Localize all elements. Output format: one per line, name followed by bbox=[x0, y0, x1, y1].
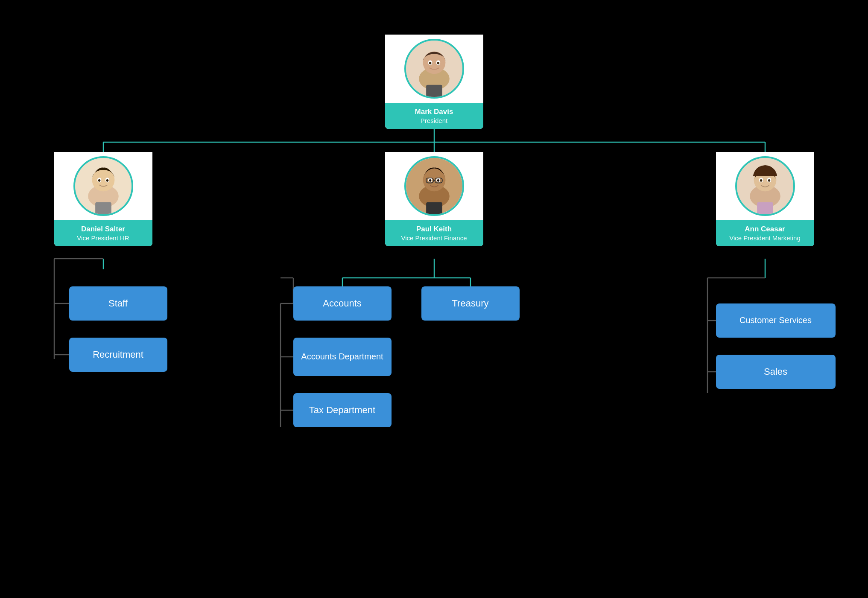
svg-rect-52 bbox=[426, 202, 442, 214]
dept-box-recruitment: Recruitment bbox=[69, 338, 167, 372]
person-card-paul: Paul Keith Vice President Finance bbox=[385, 152, 483, 247]
svg-point-39 bbox=[98, 179, 100, 181]
person-title-mark: President bbox=[389, 117, 480, 125]
svg-rect-60 bbox=[757, 202, 773, 214]
org-chart: Mark Davis President bbox=[29, 22, 840, 577]
person-title-daniel: Vice President HR bbox=[58, 234, 149, 242]
dept-box-customer-services: Customer Services bbox=[716, 303, 836, 338]
card-name-daniel: Daniel Salter Vice President HR bbox=[54, 220, 152, 247]
person-name-daniel: Daniel Salter bbox=[58, 225, 149, 234]
svg-point-28 bbox=[423, 51, 445, 74]
person-name-ann: Ann Ceasar bbox=[719, 225, 811, 234]
avatar-ann bbox=[735, 156, 795, 216]
dept-box-accounts-dept: Accounts Department bbox=[293, 338, 392, 376]
avatar-daniel bbox=[73, 156, 133, 216]
person-title-paul: Vice President Finance bbox=[389, 234, 480, 242]
dept-box-tax-dept: Tax Department bbox=[293, 393, 392, 427]
card-photo-mark bbox=[385, 35, 483, 103]
dept-box-treasury: Treasury bbox=[421, 286, 520, 321]
card-photo-daniel bbox=[54, 152, 152, 220]
avatar-paul bbox=[404, 156, 464, 216]
svg-rect-33 bbox=[426, 85, 442, 96]
card-name-ann: Ann Ceasar Vice President Marketing bbox=[716, 220, 814, 247]
person-name-mark: Mark Davis bbox=[389, 107, 480, 117]
svg-point-47 bbox=[429, 179, 431, 181]
person-name-paul: Paul Keith bbox=[389, 225, 480, 234]
svg-point-59 bbox=[768, 179, 770, 181]
card-photo-paul bbox=[385, 152, 483, 220]
avatar-mark bbox=[404, 39, 464, 99]
svg-rect-41 bbox=[95, 202, 111, 214]
dept-box-staff: Staff bbox=[69, 286, 167, 321]
person-card-mark: Mark Davis President bbox=[385, 35, 483, 129]
card-name-mark: Mark Davis President bbox=[385, 103, 483, 129]
dept-box-accounts: Accounts bbox=[293, 286, 392, 321]
person-card-ann: Ann Ceasar Vice President Marketing bbox=[716, 152, 814, 247]
svg-point-58 bbox=[760, 179, 762, 181]
card-photo-ann bbox=[716, 152, 814, 220]
svg-point-32 bbox=[437, 61, 439, 64]
person-card-daniel: Daniel Salter Vice President HR bbox=[54, 152, 152, 247]
dept-box-sales: Sales bbox=[716, 355, 836, 389]
svg-point-40 bbox=[106, 179, 108, 181]
svg-point-48 bbox=[437, 179, 439, 181]
person-title-ann: Vice President Marketing bbox=[719, 234, 811, 242]
svg-point-31 bbox=[429, 61, 431, 64]
card-name-paul: Paul Keith Vice President Finance bbox=[385, 220, 483, 247]
